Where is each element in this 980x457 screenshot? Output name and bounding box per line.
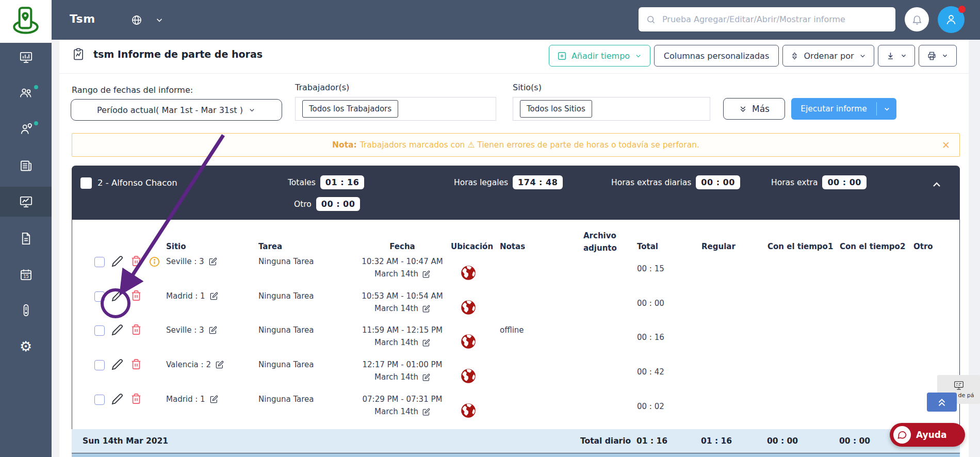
edit-pencil-icon[interactable] xyxy=(111,358,123,370)
print-button[interactable] xyxy=(919,45,957,67)
edit-pencil-icon[interactable] xyxy=(111,324,123,336)
badge-dot xyxy=(34,85,38,89)
col-ubicacion: Ubicación xyxy=(451,242,493,251)
daily-total-row: Sun 14th Mar 2021 Total diario 01 : 16 0… xyxy=(72,429,960,453)
sidebar-item-timesheets[interactable] xyxy=(0,151,52,181)
location-globe-icon[interactable] xyxy=(460,333,477,350)
delete-trash-icon[interactable] xyxy=(130,324,142,335)
app-logo[interactable] xyxy=(0,0,52,43)
edit-pencil-icon[interactable] xyxy=(111,290,123,302)
edit-pencil-icon[interactable] xyxy=(111,393,123,405)
site-cell: Madrid : 1 xyxy=(166,291,205,301)
notifications-button[interactable] xyxy=(905,7,929,31)
worker-checkbox[interactable] xyxy=(80,177,92,189)
time-range: 10:53 AM - 10:54 AM xyxy=(353,290,451,302)
app-title: Tsm xyxy=(70,12,95,25)
location-globe-icon[interactable] xyxy=(460,264,477,282)
summary-label: Totales xyxy=(288,178,316,187)
svg-text:15: 15 xyxy=(23,273,29,279)
language-globe-icon[interactable] xyxy=(130,13,143,27)
sort-by-button[interactable]: Ordenar por xyxy=(782,45,874,67)
chevron-down-icon xyxy=(248,106,256,114)
download-button[interactable] xyxy=(878,45,915,67)
delete-trash-icon[interactable] xyxy=(130,393,142,404)
user-avatar[interactable] xyxy=(938,6,965,33)
date-text: March 14th xyxy=(374,336,418,349)
search-input[interactable] xyxy=(661,14,888,25)
row-checkbox[interactable] xyxy=(94,325,105,336)
custom-columns-button[interactable]: Columnas personalizadas xyxy=(654,45,779,67)
note-banner: Nota: Trabajadors marcados con ⚠ Tienen … xyxy=(72,133,960,157)
summary-label: Horas legales xyxy=(454,178,508,187)
edit-pencil-icon[interactable] xyxy=(111,255,123,267)
total-cell: 00 : 42 xyxy=(637,367,664,377)
close-icon[interactable]: ✕ xyxy=(942,139,950,151)
edit-square-icon[interactable] xyxy=(209,257,217,266)
run-report-caret[interactable] xyxy=(877,105,896,113)
monitor-chart-icon xyxy=(19,195,33,209)
location-globe-icon[interactable] xyxy=(460,367,477,385)
more-filters-label: Más xyxy=(752,104,770,114)
delete-trash-icon[interactable] xyxy=(130,255,142,267)
edit-square-icon[interactable] xyxy=(216,361,224,369)
row-checkbox[interactable] xyxy=(94,291,105,302)
news-icon xyxy=(19,159,33,173)
sidebar-item-dashboard[interactable] xyxy=(0,42,52,72)
row-checkbox[interactable] xyxy=(94,360,105,370)
location-globe-icon[interactable] xyxy=(460,402,477,419)
collapse-chevron-up-icon[interactable] xyxy=(930,178,943,191)
summary-value: 00 : 00 xyxy=(316,197,361,211)
edit-square-icon[interactable] xyxy=(422,339,430,347)
site-cell: Madrid : 1 xyxy=(166,395,205,404)
location-globe-icon[interactable] xyxy=(460,299,477,316)
person-icon xyxy=(944,13,958,26)
language-chevron-down-icon[interactable] xyxy=(155,15,164,25)
delete-trash-icon[interactable] xyxy=(130,358,142,370)
date-range-value: Período actual( Mar 1st - Mar 31st ) xyxy=(97,105,243,115)
edit-square-icon[interactable] xyxy=(422,270,430,278)
run-report-button[interactable]: Ejecutar informe xyxy=(791,98,896,120)
edit-square-icon[interactable] xyxy=(422,408,430,416)
beacon-device-icon xyxy=(19,303,33,317)
daily-total: 01 : 16 xyxy=(636,436,667,446)
total-cell: 00 : 16 xyxy=(637,333,664,342)
sites-input[interactable]: Todos los Sitios xyxy=(513,97,710,121)
edit-square-icon[interactable] xyxy=(422,373,430,381)
help-button[interactable]: Ayuda xyxy=(890,423,965,447)
edit-square-icon[interactable] xyxy=(422,305,430,313)
sidebar-item-workers[interactable] xyxy=(0,78,52,108)
total-cell: 00 : 00 xyxy=(637,299,664,308)
warning-info-icon[interactable] xyxy=(149,256,160,268)
workers-input[interactable]: Todos los Trabajadors xyxy=(295,97,496,121)
date-text: March 14th xyxy=(374,405,418,418)
sites-chip[interactable]: Todos los Sitios xyxy=(520,100,592,118)
worker-summary-band: 2 - Alfonso Chacon Totales 01 : 16 Horas… xyxy=(72,166,960,220)
sidebar-item-settings[interactable]: ⚙ xyxy=(0,331,52,361)
date-range-select[interactable]: Período actual( Mar 1st - Mar 31st ) xyxy=(71,99,282,121)
total-cell: 00 : 02 xyxy=(637,402,664,411)
edit-square-icon[interactable] xyxy=(210,292,218,300)
more-filters-button[interactable]: Más xyxy=(723,98,785,120)
sidebar-item-schedule[interactable]: 15 xyxy=(0,259,52,289)
sidebar-item-documents[interactable] xyxy=(0,223,52,253)
col-fecha: Fecha xyxy=(353,242,451,251)
site-cell: Seville : 3 xyxy=(166,325,204,335)
edit-square-icon[interactable] xyxy=(209,326,217,334)
workers-chip[interactable]: Todos los Trabajadors xyxy=(302,100,398,118)
scroll-to-top-button[interactable] xyxy=(927,393,957,412)
row-checkbox[interactable] xyxy=(94,257,105,267)
sidebar-item-reports[interactable] xyxy=(0,187,52,217)
add-time-button[interactable]: Añadir tiempo xyxy=(549,45,650,67)
edit-square-icon[interactable] xyxy=(210,395,218,403)
delete-trash-icon[interactable] xyxy=(130,290,142,301)
sidebar-item-worker-location[interactable] xyxy=(0,114,52,144)
note-prefix: Nota: xyxy=(332,140,357,150)
global-search[interactable] xyxy=(639,7,895,31)
site-cell: Seville : 3 xyxy=(166,257,204,266)
workers-label: Trabajador(s) xyxy=(295,83,349,92)
bell-icon xyxy=(911,14,923,25)
sidebar-item-device[interactable] xyxy=(0,295,52,325)
daily-date: Sun 14th Mar 2021 xyxy=(83,436,168,446)
row-checkbox[interactable] xyxy=(94,395,105,405)
monitor-bars-icon xyxy=(19,51,33,64)
